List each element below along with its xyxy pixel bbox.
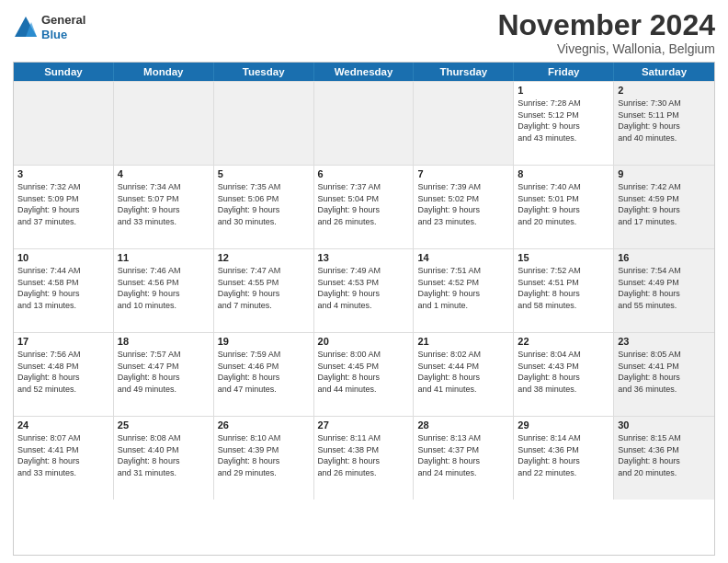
day-number: 17 — [17, 336, 109, 347]
calendar-day-19: 19Sunrise: 7:59 AM Sunset: 4:46 PM Dayli… — [214, 333, 314, 416]
day-info: Sunrise: 7:51 AM Sunset: 4:52 PM Dayligh… — [417, 265, 509, 311]
day-number: 20 — [318, 336, 410, 347]
day-info: Sunrise: 7:56 AM Sunset: 4:48 PM Dayligh… — [17, 349, 109, 395]
day-number: 30 — [618, 419, 711, 431]
logo-blue: Blue — [41, 28, 85, 42]
calendar-day-6: 6Sunrise: 7:37 AM Sunset: 5:04 PM Daylig… — [314, 166, 415, 248]
calendar-day-1: 1Sunrise: 7:28 AM Sunset: 5:12 PM Daylig… — [514, 82, 614, 165]
day-number: 12 — [218, 252, 310, 263]
calendar-day-22: 22Sunrise: 8:04 AM Sunset: 4:43 PM Dayli… — [514, 333, 614, 416]
day-info: Sunrise: 7:39 AM Sunset: 5:02 PM Dayligh… — [417, 181, 509, 227]
day-number: 29 — [518, 419, 609, 431]
calendar-day-25: 25Sunrise: 8:08 AM Sunset: 4:40 PM Dayli… — [114, 417, 214, 500]
day-info: Sunrise: 7:35 AM Sunset: 5:06 PM Dayligh… — [218, 181, 310, 227]
calendar-day-12: 12Sunrise: 7:47 AM Sunset: 4:55 PM Dayli… — [214, 249, 314, 332]
day-number: 26 — [218, 419, 310, 431]
day-number: 7 — [417, 168, 509, 179]
weekday-header-thursday: Thursday — [414, 63, 514, 81]
calendar-day-15: 15Sunrise: 7:52 AM Sunset: 4:51 PM Dayli… — [514, 249, 614, 332]
day-number: 19 — [218, 336, 310, 347]
day-number: 25 — [118, 419, 210, 431]
calendar-day-5: 5Sunrise: 7:35 AM Sunset: 5:06 PM Daylig… — [214, 166, 314, 248]
day-info: Sunrise: 7:30 AM Sunset: 5:11 PM Dayligh… — [618, 98, 711, 144]
calendar-day-8: 8Sunrise: 7:40 AM Sunset: 5:01 PM Daylig… — [514, 166, 614, 248]
calendar-day-empty-0-3 — [314, 82, 415, 165]
calendar-row-2: 10Sunrise: 7:44 AM Sunset: 4:58 PM Dayli… — [14, 248, 714, 332]
day-info: Sunrise: 8:00 AM Sunset: 4:45 PM Dayligh… — [318, 349, 410, 395]
day-number: 3 — [17, 168, 109, 179]
day-info: Sunrise: 8:13 AM Sunset: 4:37 PM Dayligh… — [417, 432, 509, 478]
day-info: Sunrise: 8:08 AM Sunset: 4:40 PM Dayligh… — [118, 432, 210, 478]
day-number: 21 — [417, 336, 509, 347]
calendar-day-empty-0-2 — [214, 82, 314, 165]
day-number: 22 — [518, 336, 609, 347]
calendar-day-2: 2Sunrise: 7:30 AM Sunset: 5:11 PM Daylig… — [614, 82, 714, 165]
calendar-day-11: 11Sunrise: 7:46 AM Sunset: 4:56 PM Dayli… — [114, 249, 214, 332]
location: Vivegnis, Wallonia, Belgium — [497, 41, 715, 56]
day-info: Sunrise: 7:42 AM Sunset: 4:59 PM Dayligh… — [618, 181, 711, 227]
logo-text: General Blue — [41, 13, 85, 41]
day-number: 18 — [118, 336, 210, 347]
calendar-row-4: 24Sunrise: 8:07 AM Sunset: 4:41 PM Dayli… — [14, 416, 714, 500]
calendar-day-7: 7Sunrise: 7:39 AM Sunset: 5:02 PM Daylig… — [414, 166, 514, 248]
weekday-header-wednesday: Wednesday — [314, 63, 415, 81]
day-number: 11 — [118, 252, 210, 263]
calendar-day-21: 21Sunrise: 8:02 AM Sunset: 4:44 PM Dayli… — [414, 333, 514, 416]
calendar: SundayMondayTuesdayWednesdayThursdayFrid… — [13, 62, 715, 556]
title-block: November 2024 Vivegnis, Wallonia, Belgiu… — [497, 9, 715, 56]
day-info: Sunrise: 8:10 AM Sunset: 4:39 PM Dayligh… — [218, 432, 310, 478]
day-info: Sunrise: 8:04 AM Sunset: 4:43 PM Dayligh… — [518, 349, 609, 395]
day-number: 4 — [118, 168, 210, 179]
day-info: Sunrise: 7:34 AM Sunset: 5:07 PM Dayligh… — [118, 181, 210, 227]
calendar-day-28: 28Sunrise: 8:13 AM Sunset: 4:37 PM Dayli… — [414, 417, 514, 500]
calendar-day-26: 26Sunrise: 8:10 AM Sunset: 4:39 PM Dayli… — [214, 417, 314, 500]
calendar-day-18: 18Sunrise: 7:57 AM Sunset: 4:47 PM Dayli… — [114, 333, 214, 416]
day-number: 2 — [618, 85, 711, 96]
day-number: 27 — [318, 419, 410, 431]
day-info: Sunrise: 7:32 AM Sunset: 5:09 PM Dayligh… — [17, 181, 109, 227]
day-number: 9 — [618, 168, 711, 179]
month-title: November 2024 — [497, 9, 715, 41]
calendar-day-9: 9Sunrise: 7:42 AM Sunset: 4:59 PM Daylig… — [614, 166, 714, 248]
day-info: Sunrise: 7:28 AM Sunset: 5:12 PM Dayligh… — [518, 98, 609, 144]
calendar-day-30: 30Sunrise: 8:15 AM Sunset: 4:36 PM Dayli… — [614, 417, 714, 500]
header: General Blue November 2024 Vivegnis, Wal… — [13, 9, 715, 56]
day-number: 6 — [318, 168, 410, 179]
day-info: Sunrise: 8:11 AM Sunset: 4:38 PM Dayligh… — [318, 432, 410, 478]
calendar-day-23: 23Sunrise: 8:05 AM Sunset: 4:41 PM Dayli… — [614, 333, 714, 416]
day-number: 8 — [518, 168, 609, 179]
calendar-day-24: 24Sunrise: 8:07 AM Sunset: 4:41 PM Dayli… — [14, 417, 114, 500]
day-info: Sunrise: 8:14 AM Sunset: 4:36 PM Dayligh… — [518, 432, 609, 478]
calendar-day-empty-0-4 — [414, 82, 514, 165]
logo: General Blue — [13, 13, 85, 41]
calendar-header: SundayMondayTuesdayWednesdayThursdayFrid… — [14, 63, 714, 81]
page: General Blue November 2024 Vivegnis, Wal… — [0, 0, 728, 563]
day-info: Sunrise: 8:15 AM Sunset: 4:36 PM Dayligh… — [618, 432, 711, 478]
day-number: 10 — [17, 252, 109, 263]
day-info: Sunrise: 7:46 AM Sunset: 4:56 PM Dayligh… — [118, 265, 210, 311]
calendar-row-1: 3Sunrise: 7:32 AM Sunset: 5:09 PM Daylig… — [14, 165, 714, 248]
calendar-day-29: 29Sunrise: 8:14 AM Sunset: 4:36 PM Dayli… — [514, 417, 614, 500]
day-info: Sunrise: 7:54 AM Sunset: 4:49 PM Dayligh… — [618, 265, 711, 311]
day-number: 28 — [417, 419, 509, 431]
day-number: 23 — [618, 336, 711, 347]
day-info: Sunrise: 7:44 AM Sunset: 4:58 PM Dayligh… — [17, 265, 109, 311]
day-number: 15 — [518, 252, 609, 263]
calendar-row-3: 17Sunrise: 7:56 AM Sunset: 4:48 PM Dayli… — [14, 332, 714, 416]
calendar-day-27: 27Sunrise: 8:11 AM Sunset: 4:38 PM Dayli… — [314, 417, 415, 500]
day-info: Sunrise: 7:57 AM Sunset: 4:47 PM Dayligh… — [118, 349, 210, 395]
logo-icon — [13, 15, 39, 40]
day-number: 16 — [618, 252, 711, 263]
day-info: Sunrise: 7:52 AM Sunset: 4:51 PM Dayligh… — [518, 265, 609, 311]
day-info: Sunrise: 7:59 AM Sunset: 4:46 PM Dayligh… — [218, 349, 310, 395]
day-info: Sunrise: 8:07 AM Sunset: 4:41 PM Dayligh… — [17, 432, 109, 478]
calendar-day-empty-0-0 — [14, 82, 114, 165]
day-number: 13 — [318, 252, 410, 263]
calendar-day-4: 4Sunrise: 7:34 AM Sunset: 5:07 PM Daylig… — [114, 166, 214, 248]
day-number: 24 — [17, 419, 109, 431]
day-info: Sunrise: 7:40 AM Sunset: 5:01 PM Dayligh… — [518, 181, 609, 227]
calendar-body: 1Sunrise: 7:28 AM Sunset: 5:12 PM Daylig… — [14, 81, 714, 500]
weekday-header-monday: Monday — [114, 63, 214, 81]
calendar-day-16: 16Sunrise: 7:54 AM Sunset: 4:49 PM Dayli… — [614, 249, 714, 332]
day-number: 5 — [218, 168, 310, 179]
